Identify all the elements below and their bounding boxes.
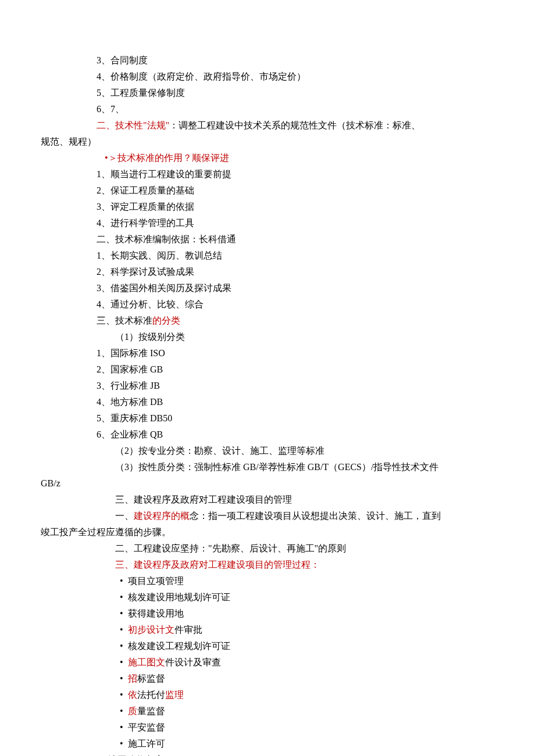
text-span: 三、技术标准 [97,316,152,325]
text-span: 1、顺当进行工程建设的重要前提 [97,169,231,179]
text-line: 5、工程质量保修制度 [41,85,494,101]
text-span: 2、保证工程质量的基础 [97,185,194,195]
text-line: •＞技术标准的作用？顺保评进 [41,150,494,166]
text-span: 二、工程建设应坚持："先勘察、后设计、再施工"的原则 [115,543,346,553]
text-span: 5、工程质量保修制度 [97,88,185,98]
highlighted-text: 招 [128,673,137,683]
highlighted-text: 的分类 [152,316,180,325]
text-span: • [115,690,128,700]
text-line: 二、工程建设应坚持："先勘察、后设计、再施工"的原则 [41,540,494,557]
text-span: • [115,625,128,635]
text-line: 3、评定工程质量的依据 [41,199,494,215]
text-line: 1、长期实践、阅历、教训总结 [41,248,494,264]
text-span: 4、价格制度（政府定价、政府指导价、市场定价） [97,71,306,81]
text-span: 4、地方标准 DB [97,397,163,407]
text-line: 4、通过分析、比较、综合 [41,296,494,313]
highlighted-text: 依 [128,690,137,700]
text-span: • [115,706,128,716]
text-line: 1、国际标准 ISO [41,345,494,361]
text-line: • 平安监督 [41,719,494,736]
text-line: （1）按级别分类 [41,329,494,345]
text-span: 件审批 [174,625,202,635]
highlighted-text: 初步设计文 [128,625,174,635]
text-line: 规范、规程） [41,134,494,150]
text-span: • 获得建设用地 [115,608,184,618]
text-line: 4、价格制度（政府定价、政府指导价、市场定价） [41,69,494,85]
text-line: 2、国家标准 GB [41,361,494,378]
text-line: 5、重庆标准 DB50 [41,410,494,427]
text-span: 件设计及审查 [165,657,221,667]
text-line: • 招标监督 [41,671,494,687]
highlighted-text: 三、建设程序及政府对工程建设项目的管理过程： [115,560,320,569]
text-line: （2）按专业分类：勘察、设计、施工、监理等标准 [41,443,494,459]
text-line: 2、科学探讨及试验成果 [41,264,494,280]
text-line: 三、建设程序及政府对工程建设项目的管理过程： [41,557,494,573]
text-span: 2、国家标准 GB [97,364,163,374]
text-span: 二、技术标准编制依据：长科借通 [97,234,236,244]
text-line: 二、技术性"法规"：调整工程建设中技术关系的规范性文件（技术标准：标准、 [41,117,494,134]
text-span: 规范、规程） [41,137,97,146]
text-span: • 施工许可 [115,739,165,748]
text-line: 4、进行科学管理的工具 [41,215,494,231]
text-span: 三、建设程序及政府对工程建设项目的管理 [115,495,292,504]
text-span: 2、科学探讨及试验成果 [97,267,194,277]
text-line: • 项目立项管理 [41,573,494,589]
text-span: 1、长期实践、阅历、教训总结 [97,250,222,260]
text-line: • 质量监督 [41,703,494,719]
text-line: 3、行业标准 JB [41,378,494,394]
text-line: • 获得建设用地 [41,605,494,622]
text-span: • [115,657,128,667]
text-line: • 施工许可 [41,736,494,752]
text-line: 竣工投产全过程应遵循的步骤。 [41,524,494,540]
text-line: • 核发建设用地规划许可证 [41,589,494,605]
text-span: • 核发建设用地规划许可证 [115,592,230,602]
highlighted-text: 施工图文 [128,657,165,667]
text-span: • [115,673,128,683]
highlighted-text: 质 [128,706,137,716]
text-span: 6、企业标准 QB [97,429,163,439]
text-line: GB/z [41,475,494,492]
text-span: 竣工投产全过程应遵循的步骤。 [41,527,171,537]
text-span: 一、 [115,511,134,521]
text-span: 6、7、 [97,104,124,114]
highlighted-text: 二、技术性"法规" [97,120,169,130]
text-span: （1）按级别分类 [115,332,185,342]
document-body: 3、合同制度4、价格制度（政府定价、政府指导价、市场定价）5、工程质量保修制度6… [41,52,494,756]
highlighted-text: 监理 [165,690,184,700]
text-span: 1、国际标准 ISO [97,348,165,358]
text-line: • 初步设计文件审批 [41,622,494,638]
text-span: 念：指一项工程建设项目从设想提出决策、设计、施工，直到 [190,511,441,521]
text-line: 3、借鉴国外相关阅历及探讨成果 [41,280,494,296]
text-line: 三、技术标准的分类 [41,313,494,329]
text-span: GB/z [41,478,60,488]
text-span: 3、行业标准 JB [97,381,160,390]
text-line: 3、合同制度 [41,52,494,69]
text-line: • 竣工验收备案 [41,752,494,756]
text-line: 1、顺当进行工程建设的重要前提 [41,166,494,182]
text-span: 3、借鉴国外相关阅历及探讨成果 [97,283,231,293]
text-span: 3、合同制度 [97,55,148,65]
text-span: 3、评定工程质量的依据 [97,202,194,212]
text-span: （3）按性质分类：强制性标准 GB/举荐性标准 GB/T（GECS）/指导性技术… [115,462,438,472]
text-span: 5、重庆标准 DB50 [97,413,172,423]
highlighted-text: 建设程序的概 [134,511,190,521]
text-line: • 核发建设工程规划许可证 [41,638,494,654]
text-line: 一、建设程序的概念：指一项工程建设项目从设想提出决策、设计、施工，直到 [41,508,494,524]
text-span: • 核发建设工程规划许可证 [115,641,230,651]
text-span: （2）按专业分类：勘察、设计、施工、监理等标准 [115,446,324,456]
text-line: （3）按性质分类：强制性标准 GB/举荐性标准 GB/T（GECS）/指导性技术… [41,459,494,475]
text-span: 标监督 [137,673,165,683]
text-span: 4、进行科学管理的工具 [97,218,194,228]
text-line: 4、地方标准 DB [41,394,494,410]
text-span: 法托付 [137,690,165,700]
text-line: • 依法托付监理 [41,687,494,703]
text-span: 4、通过分析、比较、综合 [97,299,204,309]
text-line: 三、建设程序及政府对工程建设项目的管理 [41,492,494,508]
text-line: • 施工图文件设计及审查 [41,654,494,671]
text-span: • 项目立项管理 [115,576,184,586]
text-line: 6、7、 [41,101,494,117]
text-line: 2、保证工程质量的基础 [41,182,494,199]
highlighted-text: •＞技术标准的作用？顺保评进 [105,153,229,163]
text-span: • 平安监督 [115,722,165,732]
text-line: 6、企业标准 QB [41,427,494,443]
